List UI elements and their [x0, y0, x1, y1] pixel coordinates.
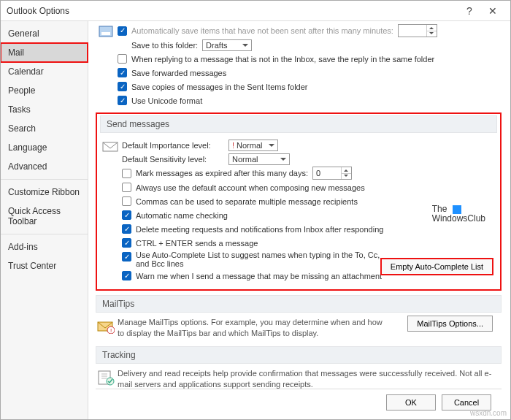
sidebar-item-quick-access-toolbar[interactable]: Quick Access Toolbar	[1, 202, 88, 231]
sidebar-item-customize-ribbon[interactable]: Customize Ribbon	[1, 183, 88, 202]
sidebar-item-search[interactable]: Search	[1, 119, 88, 138]
square-icon	[453, 205, 461, 214]
warn-attachment-label: Warn me when I send a message that may b…	[136, 272, 382, 280]
always-default-account-checkbox[interactable]	[122, 183, 131, 192]
titlebar: Outlook Options ? ✕	[1, 1, 510, 21]
reply-same-folder-label: When replying to a message that is not i…	[131, 55, 434, 64]
autosave-checkbox[interactable]	[118, 26, 127, 36]
help-button[interactable]: ?	[458, 4, 481, 18]
sidebar-item-tasks[interactable]: Tasks	[1, 100, 88, 119]
auto-name-check-label: Automatic name checking	[136, 211, 228, 220]
ctrl-enter-checkbox[interactable]	[122, 238, 131, 248]
mark-expired-days-spinner[interactable]: 0	[312, 167, 352, 180]
mailtips-header: MailTips	[96, 295, 502, 313]
importance-label: Default Importance level:	[122, 141, 224, 150]
delete-meeting-checkbox[interactable]	[122, 224, 131, 234]
sidebar-item-mail[interactable]: Mail	[1, 43, 88, 62]
save-copies-checkbox[interactable]	[118, 82, 127, 91]
autocomplete-label: Use Auto-Complete List to suggest names …	[136, 251, 384, 268]
commas-separate-checkbox[interactable]	[122, 196, 131, 206]
sidebar-item-general[interactable]: General	[1, 24, 88, 43]
ok-button[interactable]: OK	[386, 394, 436, 411]
save-forwarded-checkbox[interactable]	[118, 68, 127, 77]
save-to-folder-label: Save to this folder:	[131, 41, 198, 50]
sensitivity-label: Default Sensitivity level:	[122, 155, 224, 164]
category-sidebar: General Mail Calendar People Tasks Searc…	[1, 21, 88, 419]
sensitivity-select[interactable]: Normal	[228, 153, 290, 165]
windowsclub-watermark: The WindowsClub	[432, 205, 485, 224]
mailtips-group: ! Manage MailTips options. For example, …	[96, 313, 502, 342]
sidebar-item-addins[interactable]: Add-ins	[1, 237, 88, 256]
save-copies-label: Save copies of messages in the Sent Item…	[131, 83, 308, 91]
tracking-desc: Delivery and read receipts help provide …	[118, 368, 502, 389]
autosave-minutes-spinner[interactable]	[398, 24, 437, 37]
sidebar-item-advanced[interactable]: Advanced	[1, 157, 88, 176]
mailtips-icon: !	[96, 318, 116, 335]
use-unicode-label: Use Unicode format	[131, 96, 202, 105]
save-to-folder-select[interactable]: Drafts	[202, 39, 252, 51]
sidebar-item-calendar[interactable]: Calendar	[1, 62, 88, 81]
close-button[interactable]: ✕	[481, 4, 504, 18]
save-icon	[96, 24, 116, 40]
warn-attachment-checkbox[interactable]	[122, 271, 131, 280]
svg-text:!: !	[110, 327, 112, 334]
main-pane: Automatically save items that have not b…	[88, 21, 510, 419]
tracking-icon	[96, 370, 116, 386]
empty-autocomplete-button[interactable]: Empty Auto-Complete List	[381, 259, 493, 275]
svg-rect-1	[101, 32, 110, 35]
mailtips-options-button[interactable]: MailTips Options...	[407, 316, 493, 332]
send-icon	[100, 139, 120, 155]
reply-same-folder-checkbox[interactable]	[118, 54, 127, 64]
tracking-group: Delivery and read receipts help provide …	[96, 364, 502, 389]
send-messages-section: Send messages Default Importance level: …	[96, 112, 502, 291]
dialog-footer: OK Cancel	[96, 389, 502, 415]
outlook-options-window: Outlook Options ? ✕ General Mail Calenda…	[0, 0, 511, 420]
send-messages-header: Send messages	[100, 115, 497, 133]
use-unicode-checkbox[interactable]	[118, 96, 127, 105]
mark-expired-checkbox[interactable]	[122, 169, 131, 178]
delete-meeting-label: Delete meeting requests and notification…	[136, 225, 383, 234]
url-watermark: wsxdn.com	[470, 409, 507, 417]
importance-select[interactable]: !Normal	[228, 140, 278, 151]
sidebar-item-language[interactable]: Language	[1, 138, 88, 157]
save-forwarded-label: Save forwarded messages	[131, 69, 226, 77]
cancel-button[interactable]: Cancel	[442, 394, 491, 411]
save-messages-group: Automatically save items that have not b…	[96, 23, 502, 108]
mailtips-desc: Manage MailTips options. For example, yo…	[118, 317, 388, 339]
mark-expired-label: Mark messages as expired after this many…	[136, 169, 308, 177]
sidebar-item-trust-center[interactable]: Trust Center	[1, 256, 88, 275]
always-default-account-label: Always use the default account when comp…	[136, 183, 365, 192]
auto-name-check-checkbox[interactable]	[122, 210, 131, 220]
commas-separate-label: Commas can be used to separate multiple …	[136, 197, 358, 206]
autosave-label: Automatically save items that have not b…	[131, 26, 393, 35]
ctrl-enter-label: CTRL + ENTER sends a message	[136, 239, 258, 248]
autocomplete-checkbox[interactable]	[122, 252, 131, 261]
tracking-header: Tracking	[96, 346, 502, 364]
window-title: Outlook Options	[7, 6, 458, 16]
sidebar-item-people[interactable]: People	[1, 81, 88, 100]
